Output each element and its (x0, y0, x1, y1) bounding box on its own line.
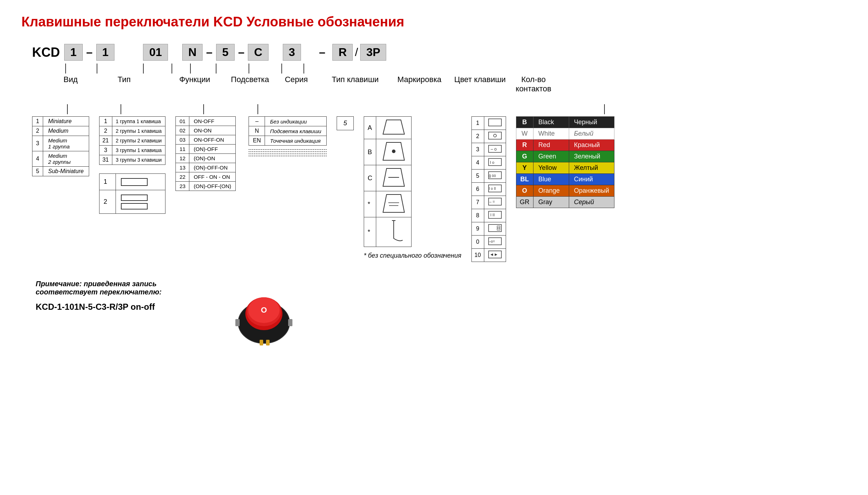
mark-num: 6 (471, 183, 484, 196)
mark-shape: ◄► (484, 249, 506, 262)
table-row: 2 Medium (32, 126, 89, 136)
seriya-section: 5 (337, 116, 354, 130)
code-box-3: 01 (143, 44, 168, 61)
mark-shape: I II (484, 209, 506, 222)
cat-pod: Подсветка (227, 75, 273, 84)
mark-num: 4 (471, 156, 484, 170)
func-label: (ON)-OFF-ON (189, 163, 236, 172)
table-row: 10 ◄► (471, 249, 506, 262)
tip-label: 3 группы 3 клавиши (112, 155, 165, 165)
table-row: B Black Черный (516, 117, 614, 128)
svg-rect-38 (235, 319, 240, 326)
table-row: 22 OFF - ON - ON (176, 172, 236, 182)
svg-rect-39 (288, 319, 292, 326)
ktype-letter: * (364, 217, 376, 247)
svg-text:–o=: –o= (489, 239, 495, 243)
cat-tip: Тип (103, 75, 145, 84)
table-row: – Без индикации (249, 117, 327, 126)
table-row: C (364, 165, 411, 191)
ktype-shape (376, 165, 411, 191)
vid-num: 1 (32, 117, 43, 126)
code-dash-3: – (235, 46, 248, 59)
table-row: 2 (99, 190, 165, 214)
color-name-ru: Белый (569, 128, 614, 140)
func-code: 22 (176, 172, 189, 182)
mark-shape: – o (484, 143, 506, 156)
connector-lines-2 (32, 104, 847, 114)
table-row: 1 (99, 174, 165, 190)
mark-table: 1 2 3 – o 4 I o (471, 116, 506, 262)
table-row: GR Gray Серый (516, 197, 614, 208)
color-name-en: Black (533, 117, 569, 128)
vid-table: 1 Miniature 2 Medium 3 Medium 1 группа 4… (32, 116, 89, 176)
mark-num: 8 (471, 209, 484, 222)
color-code: Y (516, 162, 533, 174)
func-code: 13 (176, 163, 189, 172)
ktype-letter: * (364, 191, 376, 217)
tip-num: 3 (99, 146, 112, 155)
color-code: G (516, 151, 533, 162)
pod-dashed-3 (249, 153, 327, 154)
kcd-prefix: KCD (32, 45, 60, 60)
page-title: Клавишные переключатели KCD Условные обо… (21, 14, 847, 30)
func-label: ON-ON (189, 126, 236, 135)
func-code: 03 (176, 135, 189, 145)
table-row: 1 Miniature (32, 117, 89, 126)
mark-num: 9 (471, 222, 484, 236)
svg-text:O: O (261, 305, 267, 314)
func-label: OFF - ON - ON (189, 172, 236, 182)
vid-num: 4 (32, 151, 43, 167)
pod-code: N (249, 126, 265, 136)
func-code: 01 (176, 117, 189, 126)
color-name-en: Green (533, 151, 569, 162)
table-row: 3 Medium 1 группа (32, 136, 89, 151)
func-label: (ON)-ON (189, 154, 236, 163)
mark-shape: – = (484, 196, 506, 209)
mark-shape: –o= (484, 236, 506, 249)
table-row: * (364, 217, 411, 247)
func-code: 23 (176, 182, 189, 191)
tip-section: 1 1 группа 1 клавиша 2 2 группы 1 клавиш… (99, 116, 166, 214)
table-row: B (364, 139, 411, 165)
table-row: 2 2 группы 1 клавиша (99, 126, 165, 136)
color-name-en: White (533, 128, 569, 140)
vid-label: Medium 2 группы (43, 151, 89, 167)
table-row: 21 2 группы 2 клавиши (99, 136, 165, 146)
ktype-letter: C (364, 165, 376, 191)
ktype-shape (376, 217, 411, 247)
tip-num: 1 (99, 117, 112, 126)
color-code: R (516, 140, 533, 151)
code-box-6: C (248, 44, 268, 61)
tip-label: 2 группы 2 клавиши (112, 136, 165, 146)
color-code: BL (516, 174, 533, 185)
svg-text:◄►: ◄► (490, 252, 498, 257)
cat-ser: Серия (280, 75, 312, 84)
svg-point-11 (494, 134, 496, 137)
func-code: 11 (176, 145, 189, 154)
table-row: 31 3 группы 3 клавиши (99, 155, 165, 165)
func-code: 12 (176, 154, 189, 163)
vid-label: Medium 1 группа (43, 136, 89, 151)
table-row: 12 (ON)-ON (176, 154, 236, 163)
tip-num: 31 (99, 155, 112, 165)
pod-dashed-2 (249, 151, 327, 152)
vid-num: 5 (32, 167, 43, 176)
mark-shape: I o (484, 156, 506, 170)
svg-text:I o: I o (490, 160, 494, 165)
color-code: B (516, 117, 533, 128)
pod-label: Точечная индикация (265, 136, 327, 146)
key-shape-cell (116, 190, 165, 214)
pod-label: Без индикации (265, 117, 327, 126)
vid-label: Sub-Miniature (43, 167, 89, 176)
func-label: (ON)-OFF (189, 145, 236, 154)
table-row: R Red Красный (516, 140, 614, 151)
ktype-shape (376, 139, 411, 165)
color-name-ru: Синий (569, 174, 614, 185)
pod-dashed-line (249, 149, 327, 150)
code-box-8: R (332, 44, 353, 61)
vid-section: 1 Miniature 2 Medium 3 Medium 1 группа 4… (32, 116, 89, 176)
svg-text:I II: I II (490, 213, 495, 217)
table-row: 3 3 группы 1 клавиша (99, 146, 165, 155)
mark-num: 7 (471, 196, 484, 209)
table-row: 02 ON-ON (176, 126, 236, 135)
